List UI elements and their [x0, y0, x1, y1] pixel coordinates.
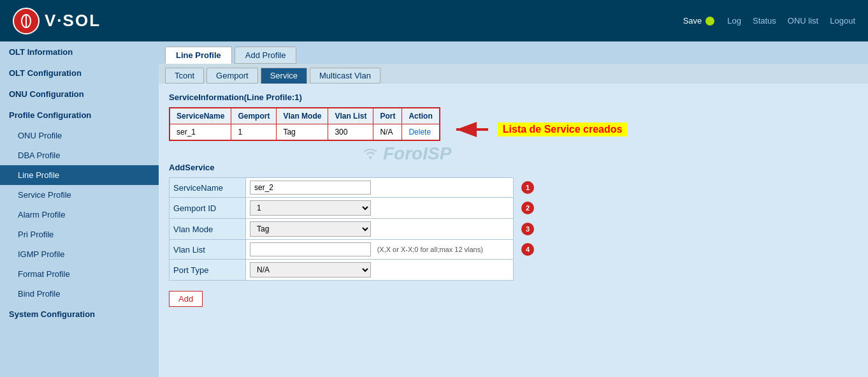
badge-2: 2	[521, 202, 534, 214]
cell-service-name: ser_1	[170, 124, 231, 141]
sidebar-item-onu-profile[interactable]: ONU Profile	[0, 126, 159, 145]
layout: OLT Information OLT Configuration ONU Co…	[0, 41, 868, 377]
tab-multicast-vlan[interactable]: Multicast Vlan	[310, 68, 380, 84]
label-port-type: Port Type	[170, 260, 246, 281]
tab-add-profile[interactable]: Add Profile	[235, 47, 297, 64]
gemport-id-select[interactable]: 1 2 3 4	[250, 200, 371, 216]
cell-action: Delete	[402, 124, 440, 141]
sidebar-item-pri-profile[interactable]: Pri Profile	[0, 225, 159, 244]
badge-1: 1	[521, 181, 534, 194]
tab-service[interactable]: Service	[261, 68, 307, 84]
table-row: ser_1 1 Tag 300 N/A Delete	[170, 124, 440, 141]
col-service-name: ServiceName	[170, 108, 231, 124]
badge-4: 4	[521, 243, 534, 256]
form-row-vlan-list: Vlan List (X,X or X-X;0 for all;max 12 v…	[170, 240, 539, 260]
sidebar-item-system-configuration[interactable]: System Configuration	[0, 304, 159, 325]
sidebar-item-igmp-profile[interactable]: IGMP Profile	[0, 244, 159, 264]
add-button[interactable]: Add	[169, 291, 203, 307]
sidebar-item-olt-information[interactable]: OLT Information	[0, 41, 159, 63]
svg-point-5	[369, 156, 372, 159]
logo-text: V·SOL	[45, 11, 101, 31]
tab-line-profile[interactable]: Line Profile	[165, 47, 232, 64]
save-label: Save	[683, 16, 702, 26]
form-row-port-type: Port Type N/A ETH CATV IP	[170, 260, 539, 281]
input-cell-vlan-list: (X,X or X-X;0 for all;max 12 vlans)	[246, 240, 514, 260]
cell-vlan-mode: Tag	[277, 124, 328, 141]
col-vlan-list: Vlan List	[328, 108, 373, 124]
cell-vlan-list: 300	[328, 124, 373, 141]
select-cell-port-type: N/A ETH CATV IP	[246, 260, 514, 281]
sidebar-item-format-profile[interactable]: Format Profile	[0, 264, 159, 284]
save-area: Save	[683, 16, 715, 26]
annotation-label: Lista de Service creados	[498, 122, 628, 137]
logo-area: V·SOL	[13, 8, 101, 34]
watermark-text: ForoISP	[383, 144, 451, 164]
main-content: Line Profile Add Profile Tcont Gemport S…	[159, 41, 868, 377]
logo-icon	[13, 8, 40, 34]
label-vlan-list: Vlan List	[170, 240, 246, 260]
select-cell-gemport: 1 2 3 4	[246, 198, 514, 219]
sidebar-item-service-profile[interactable]: Service Profile	[0, 185, 159, 205]
port-type-select[interactable]: N/A ETH CATV IP	[250, 262, 371, 277]
label-service-name: ServiceName	[170, 178, 246, 198]
form-row-gemport-id: Gemport ID 1 2 3 4 2	[170, 198, 539, 219]
col-action: Action	[402, 108, 440, 124]
tab-tcont[interactable]: Tcont	[165, 68, 204, 84]
top-tabs: Line Profile Add Profile	[159, 41, 868, 64]
vlan-list-note: (X,X or X-X;0 for all;max 12 vlans)	[377, 246, 483, 253]
section-info-title: ServiceInformation(Line Profile:1)	[169, 92, 858, 102]
label-gemport-id: Gemport ID	[170, 198, 246, 219]
header-right: Save Log Status ONU list Logout	[683, 16, 855, 26]
header: V·SOL Save Log Status ONU list Logout	[0, 0, 868, 41]
onu-list-link[interactable]: ONU list	[788, 16, 818, 26]
status-dot	[705, 17, 714, 26]
vlan-mode-select[interactable]: Tag Untag Transparent	[250, 221, 371, 237]
col-vlan-mode: Vlan Mode	[277, 108, 328, 124]
watermark: ForoISP	[360, 144, 451, 164]
sidebar-item-dba-profile[interactable]: DBA Profile	[0, 145, 159, 165]
sidebar-item-onu-configuration[interactable]: ONU Configuration	[0, 84, 159, 105]
tab-gemport[interactable]: Gemport	[206, 68, 258, 84]
log-link[interactable]: Log	[727, 16, 741, 26]
inner-tabs: Tcont Gemport Service Multicast Vlan	[159, 64, 868, 84]
label-vlan-mode: Vlan Mode	[170, 219, 246, 240]
header-links: Log Status ONU list Logout	[727, 16, 855, 26]
foro-wifi-icon	[360, 144, 380, 164]
input-cell-service-name	[246, 178, 514, 198]
add-service-title: AddService	[169, 163, 858, 172]
form-row-service-name: ServiceName 1	[170, 178, 539, 198]
form-row-vlan-mode: Vlan Mode Tag Untag Transparent 3	[170, 219, 539, 240]
col-gemport: Gemport	[231, 108, 277, 124]
sidebar-item-olt-configuration[interactable]: OLT Configuration	[0, 63, 159, 84]
logout-link[interactable]: Logout	[830, 16, 855, 26]
sidebar-item-alarm-profile[interactable]: Alarm Profile	[0, 205, 159, 225]
delete-link[interactable]: Delete	[409, 128, 431, 137]
sidebar-item-profile-configuration[interactable]: Profile Configuration	[0, 105, 159, 126]
add-service-form: ServiceName 1 Gemport ID 1 2	[169, 177, 539, 281]
service-name-input[interactable]	[250, 181, 371, 195]
select-cell-vlan-mode: Tag Untag Transparent	[246, 219, 514, 240]
col-port: Port	[373, 108, 402, 124]
status-link[interactable]: Status	[753, 16, 776, 26]
arrow-icon	[453, 120, 491, 139]
cell-port: N/A	[373, 124, 402, 141]
cell-gemport: 1	[231, 124, 277, 141]
content-area: ServiceInformation(Line Profile:1) Servi…	[159, 84, 868, 316]
sidebar: OLT Information OLT Configuration ONU Co…	[0, 41, 159, 377]
badge-3: 3	[521, 223, 534, 235]
sidebar-item-bind-profile[interactable]: Bind Profile	[0, 284, 159, 304]
vlan-list-input[interactable]	[250, 242, 371, 256]
service-table: ServiceName Gemport Vlan Mode Vlan List …	[169, 107, 440, 141]
sidebar-item-line-profile[interactable]: Line Profile	[0, 165, 159, 185]
